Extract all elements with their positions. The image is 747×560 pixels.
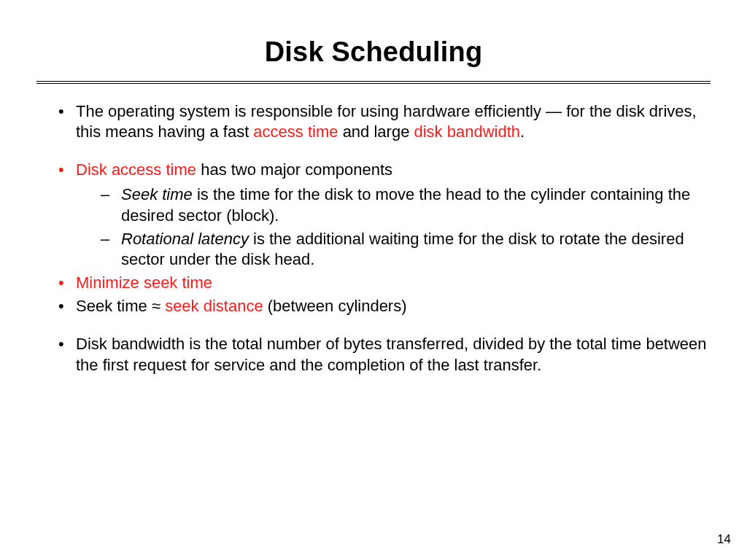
- emphasis: Seek time: [121, 185, 193, 203]
- highlight: seek distance: [165, 297, 263, 315]
- bullet-item: The operating system is responsible for …: [58, 101, 711, 142]
- highlight: Disk access time: [76, 160, 196, 179]
- title-rule: [36, 81, 711, 84]
- page-number: 14: [717, 532, 731, 547]
- text: is the time for the disk to move the hea…: [121, 185, 690, 224]
- sub-list: Seek time is the time for the disk to mo…: [76, 184, 711, 270]
- text: (between cylinders): [263, 297, 407, 315]
- slide: Disk Scheduling The operating system is …: [0, 0, 747, 560]
- sub-item: Rotational latency is the additional wai…: [101, 229, 711, 270]
- highlight: access time: [253, 122, 338, 141]
- highlight: Minimize seek time: [76, 273, 212, 292]
- bullet-item: Disk access time has two major component…: [58, 160, 711, 270]
- text: and large: [338, 122, 414, 141]
- text: has two major components: [196, 160, 392, 179]
- text: .: [520, 122, 525, 141]
- bullet-item: Minimize seek time: [58, 273, 711, 293]
- bullet-item: Seek time ≈ seek distance (between cylin…: [58, 296, 711, 316]
- bullet-item: Disk bandwidth is the total number of by…: [58, 334, 711, 375]
- text: Disk bandwidth is the total number of by…: [76, 335, 707, 373]
- sub-item: Seek time is the time for the disk to mo…: [101, 184, 711, 225]
- highlight: disk bandwidth: [414, 122, 520, 141]
- slide-title: Disk Scheduling: [36, 36, 711, 68]
- emphasis: Rotational latency: [121, 230, 249, 248]
- bullet-list: The operating system is responsible for …: [36, 101, 711, 376]
- text: Seek time ≈: [76, 297, 165, 315]
